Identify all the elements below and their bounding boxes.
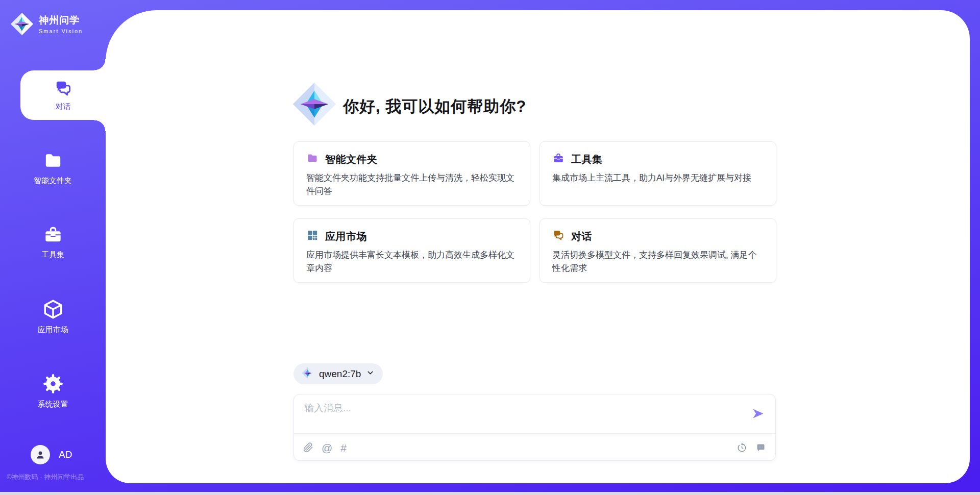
model-diamond-icon [302,367,314,381]
sidebar-item-label: 应用市场 [0,325,106,335]
chevron-down-icon [366,368,375,379]
cube-icon [42,313,64,321]
greeting-logo-diamond-icon [292,82,337,129]
sidebar-item-app-market[interactable]: 应用市场 [0,299,106,335]
sidebar-item-smart-folder[interactable]: 智能文件夹 [0,151,106,186]
card-title: 工具集 [571,153,603,166]
card-description: 智能文件夹功能支持批量文件上传与清洗，轻松实现文件问答 [306,171,518,198]
composer-toolbar: @ # [303,434,347,461]
tab-fillet-top [94,59,106,70]
card-title: 应用市场 [325,230,367,243]
sidebar-item-label: 智能文件夹 [0,176,106,186]
message-composer: @ # [293,394,776,461]
user-account[interactable]: AD [31,445,72,464]
card-description: 集成市场上主流工具，助力AI与外界无缝扩展与对接 [552,171,764,185]
card-chat[interactable]: 对话 灵活切换多模型文件，支持多样回复效果调试, 满足个性化需求 [540,218,776,283]
page-title: 你好, 我可以如何帮助你? [343,96,526,117]
app-root: 神州问学 Smart Vision 对话 智能文件夹 [0,0,980,495]
brand-subtitle: Smart Vision [39,28,83,34]
toolbox-icon [552,152,565,166]
card-title: 对话 [571,230,592,243]
user-initials: AD [59,449,72,460]
mention-button[interactable]: @ [322,442,332,453]
history-button[interactable] [737,442,747,453]
composer-tools-right [737,434,766,461]
message-input[interactable] [304,402,743,428]
card-title: 智能文件夹 [325,153,378,166]
hash-button[interactable]: # [340,442,347,453]
card-toolset[interactable]: 工具集 集成市场上主流工具，助力AI与外界无缝扩展与对接 [540,141,776,206]
page-bottom-edge [0,492,980,495]
paperclip-icon [303,447,313,454]
history-icon [737,447,747,455]
avatar [31,445,50,464]
toolbox-icon [43,238,63,246]
folder-icon [306,152,318,166]
card-app-market[interactable]: 应用市场 应用市场提供丰富长文本模板，助力高效生成多样化文章内容 [293,218,530,283]
card-smart-folder[interactable]: 智能文件夹 智能文件夹功能支持批量文件上传与清洗，轻松实现文件问答 [293,141,530,206]
model-name: qwen2:7b [319,368,361,380]
sidebar-item-label: 系统设置 [0,400,106,409]
chat-icon [54,79,72,100]
chat-bubble-icon [755,447,766,455]
card-description: 灵活切换多模型文件，支持多样回复效果调试, 满足个性化需求 [552,249,764,275]
composer-divider [294,433,775,434]
grid-icon [306,229,318,243]
sidebar-item-toolset[interactable]: 工具集 [0,225,106,260]
model-selector[interactable]: qwen2:7b [293,363,383,384]
copyright-text: ©神州数码 · 神州问学出品 [7,473,84,482]
sidebar-item-chat[interactable]: 对话 [20,70,106,120]
sidebar-item-label: 对话 [56,102,71,112]
sidebar-item-settings[interactable]: 系统设置 [0,373,106,409]
sidebar-item-label: 工具集 [0,250,106,260]
brand-name: 神州问学 [39,15,83,26]
tab-fillet-bottom [94,120,106,131]
feedback-button[interactable] [755,442,766,453]
feature-cards: 智能文件夹 智能文件夹功能支持批量文件上传与清洗，轻松实现文件问答 工具集 集成… [293,141,776,283]
card-description: 应用市场提供丰富长文本模板，助力高效生成多样化文章内容 [306,249,518,275]
brand-logo-diamond-icon [10,12,34,38]
gear-icon [42,387,64,396]
folder-icon [43,164,63,172]
send-button[interactable] [751,407,765,420]
brand: 神州问学 Smart Vision [10,12,83,38]
chat-icon [552,229,565,243]
attach-button[interactable] [303,442,313,453]
